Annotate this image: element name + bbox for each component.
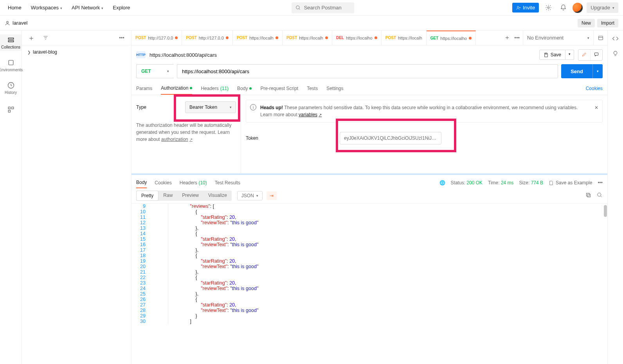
save-dropdown[interactable]: ▾: [565, 50, 574, 60]
info-panel-button[interactable]: [612, 50, 619, 58]
tree-item[interactable]: ❯ laravel-blog: [22, 48, 131, 56]
tab-settings[interactable]: Settings: [326, 83, 343, 94]
upgrade-button[interactable]: Upgrade: [587, 2, 618, 13]
scrollbar-thumb[interactable]: [604, 205, 607, 217]
code-line: 25 },: [131, 291, 607, 297]
tab-body[interactable]: Body: [237, 83, 252, 94]
view-pretty[interactable]: Pretty: [136, 191, 158, 201]
save-button[interactable]: Save: [539, 50, 565, 60]
nav-history[interactable]: History: [0, 80, 22, 96]
tab-authorization[interactable]: Authorization: [161, 82, 192, 95]
tab-url: https://localh: [299, 36, 323, 40]
copy-button[interactable]: [585, 192, 591, 199]
nav-environments[interactable]: Environments: [0, 57, 22, 74]
invite-button[interactable]: Invite: [512, 3, 539, 13]
tab-headers[interactable]: Headers (11): [201, 83, 229, 94]
nav-more[interactable]: [0, 104, 22, 115]
sidebar-more[interactable]: •••: [116, 32, 127, 43]
api-network-dropdown[interactable]: API Network: [68, 2, 106, 13]
tab-method: POST: [237, 36, 247, 40]
home-link[interactable]: Home: [5, 2, 25, 13]
resp-tab-body[interactable]: Body: [136, 177, 147, 188]
new-button[interactable]: New: [578, 19, 595, 27]
request-tab[interactable]: POSThttp://127.0.0: [182, 31, 232, 45]
resp-tab-headers[interactable]: Headers (10): [180, 178, 207, 188]
sidebar-tree: ❯ laravel-blog: [22, 45, 131, 59]
topbar-center: Search Postman: [133, 2, 512, 13]
code-line: 11 "starRating": 20,: [131, 214, 607, 220]
tab-body-label: Body: [237, 86, 248, 91]
method-select[interactable]: GET ▾: [136, 64, 174, 78]
notifications-button[interactable]: [558, 2, 569, 13]
filter-icon: [43, 35, 49, 41]
wrap-button[interactable]: ⇥: [266, 191, 277, 200]
workspaces-dropdown[interactable]: Workspaces: [28, 2, 65, 13]
request-tab[interactable]: GEThttps://localho: [427, 31, 476, 45]
copy-icon: [585, 192, 591, 198]
filter-button[interactable]: [40, 32, 51, 43]
token-input[interactable]: eyJ0eXAiOiJKV1QiLCJhbGciOiJSUzI1NiJ9.e…: [340, 132, 441, 144]
globe-icon[interactable]: 🌐: [439, 180, 445, 186]
cookies-link[interactable]: Cookies: [586, 86, 603, 91]
view-preview[interactable]: Preview: [177, 191, 203, 201]
explore-link[interactable]: Explore: [110, 2, 133, 13]
svg-rect-9: [9, 60, 13, 65]
tab-prerequest[interactable]: Pre-request Script: [260, 83, 298, 94]
svg-point-6: [7, 21, 9, 23]
workspace-label: laravel: [13, 20, 27, 26]
format-select[interactable]: JSON▾: [237, 191, 263, 200]
tab-tests[interactable]: Tests: [307, 83, 318, 94]
response-body[interactable]: 9 "reviews": [10 {11 "starRating": 20,12…: [131, 204, 607, 364]
edit-button[interactable]: [578, 50, 591, 60]
code-snippet-button[interactable]: [612, 35, 619, 43]
variables-help-link[interactable]: variables: [299, 112, 322, 117]
auth-description: The authorization header will be automat…: [136, 122, 236, 143]
history-icon: [7, 81, 15, 89]
environment-select[interactable]: No Environment ▾: [523, 31, 593, 45]
upgrade-label: Upgrade: [591, 5, 610, 11]
authorization-help-link[interactable]: authorization: [161, 137, 193, 142]
tabs-more[interactable]: •••: [514, 35, 520, 41]
svg-rect-12: [11, 107, 13, 109]
nav-environments-label: Environments: [0, 68, 23, 72]
resp-tab-cookies[interactable]: Cookies: [155, 178, 171, 188]
request-tab[interactable]: DELhttps://localho: [332, 31, 382, 45]
request-title[interactable]: https://localhost:8000/api/cars: [149, 52, 217, 58]
alert-close[interactable]: ✕: [594, 104, 598, 111]
avatar[interactable]: [573, 3, 583, 13]
status-value: 200 OK: [466, 180, 483, 186]
code-line: 9 "reviews": [: [131, 204, 607, 209]
code-line: 18 {: [131, 253, 607, 258]
code-line: 30 ]: [131, 319, 607, 324]
import-button[interactable]: Import: [597, 19, 618, 27]
request-tab[interactable]: POSThttp://127.0.0: [131, 31, 182, 45]
view-raw[interactable]: Raw: [158, 191, 177, 201]
tab-params[interactable]: Params: [136, 83, 152, 94]
add-button[interactable]: ＋: [26, 32, 37, 43]
nav-collections[interactable]: Collections: [0, 34, 22, 51]
send-button[interactable]: Send: [561, 64, 592, 78]
save-example-button[interactable]: Save as Example: [549, 180, 592, 186]
request-tab[interactable]: POSThttps://localh: [233, 31, 283, 45]
tab-authorization-label: Authorization: [161, 85, 188, 91]
settings-button[interactable]: [543, 2, 554, 13]
search-response-button[interactable]: [597, 192, 603, 199]
search-box[interactable]: Search Postman: [292, 2, 354, 13]
url-input[interactable]: [177, 64, 558, 78]
tab-url: https://localho: [440, 36, 467, 41]
response-more[interactable]: •••: [598, 180, 603, 186]
send-dropdown[interactable]: ▾: [592, 64, 603, 78]
resp-tab-tests[interactable]: Test Results: [215, 178, 240, 188]
request-tab[interactable]: POSThttps://localh: [283, 31, 332, 45]
environment-quicklook[interactable]: [593, 31, 607, 45]
request-tab[interactable]: POSThttps://localh: [382, 31, 427, 45]
auth-type-dropdown[interactable]: Bearer Token ▾: [185, 101, 236, 113]
auth-left: Type Bearer Token ▾ The authorization he…: [131, 95, 241, 173]
right-rail: [607, 31, 623, 364]
comment-button[interactable]: [591, 50, 602, 60]
workspace-name[interactable]: laravel: [5, 20, 27, 26]
new-tab-button[interactable]: ＋: [504, 34, 510, 42]
size-value: 774 B: [531, 180, 543, 186]
code-line: 27 "starRating": 20,: [131, 302, 607, 308]
view-visualize[interactable]: Visualize: [203, 191, 232, 201]
